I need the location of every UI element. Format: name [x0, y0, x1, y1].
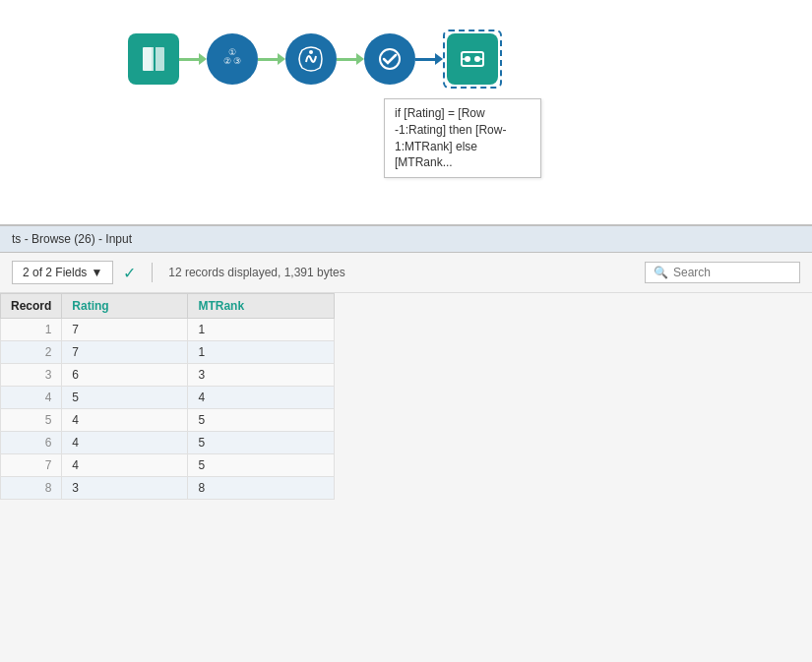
table-row: 171: [1, 319, 335, 341]
workflow-nodes: ① ② ③: [128, 30, 502, 89]
fields-button[interactable]: 2 of 2 Fields ▼: [12, 261, 113, 284]
svg-point-11: [474, 56, 480, 62]
node-check[interactable]: [364, 33, 415, 85]
line-2: [258, 58, 278, 61]
cell-rating: 7: [62, 319, 188, 341]
cell-mtrank: 5: [188, 432, 335, 454]
table-row: 271: [1, 341, 335, 364]
arrow-4: [435, 53, 443, 65]
browse-selection: [443, 30, 502, 89]
cell-record: 2: [1, 341, 62, 364]
cell-rating: 4: [62, 409, 188, 432]
chevron-icon: ▼: [91, 266, 102, 279]
cell-rating: 6: [62, 364, 188, 387]
browse-icon[interactable]: [447, 33, 498, 85]
search-box[interactable]: 🔍: [645, 262, 800, 283]
col-record: Record: [1, 294, 62, 319]
formula-tooltip: if [Rating] = [Row -1:Rating] then [Row-…: [384, 98, 541, 178]
arrow-2: [278, 53, 285, 65]
cell-record: 7: [1, 454, 62, 477]
data-table: Record Rating MTRank 1712713634545456457…: [0, 293, 335, 500]
toolbar: 2 of 2 Fields ▼ ✓ 12 records displayed, …: [0, 253, 812, 293]
cell-record: 8: [1, 477, 62, 500]
toolbar-separator: [152, 263, 153, 282]
line-3: [337, 58, 356, 61]
book-icon[interactable]: [128, 33, 179, 85]
table-row: 545: [1, 409, 335, 432]
table-header-row: Record Rating MTRank: [1, 294, 335, 319]
table-row: 745: [1, 454, 335, 477]
cell-record: 6: [1, 432, 62, 454]
cell-record: 1: [1, 319, 62, 341]
cell-rating: 3: [62, 477, 188, 500]
cell-mtrank: 1: [188, 341, 335, 364]
svg-text:②: ②: [223, 56, 231, 66]
col-rating: Rating: [62, 294, 188, 319]
connector-2: [258, 53, 285, 65]
records-info: 12 records displayed, 1,391 bytes: [168, 266, 635, 279]
search-input[interactable]: [673, 266, 791, 279]
cell-record: 3: [1, 364, 62, 387]
check-icon[interactable]: [364, 33, 415, 85]
confirm-icon[interactable]: ✓: [123, 264, 136, 282]
cell-mtrank: 3: [188, 364, 335, 387]
svg-text:③: ③: [233, 56, 241, 66]
cell-rating: 4: [62, 432, 188, 454]
svg-point-7: [309, 50, 313, 54]
panel-title: ts - Browse (26) - Input: [12, 232, 132, 246]
table-row: 645: [1, 432, 335, 454]
tooltip-text: if [Rating] = [Row -1:Rating] then [Row-…: [395, 106, 506, 169]
cell-record: 5: [1, 409, 62, 432]
cell-mtrank: 1: [188, 319, 335, 341]
sort-icon[interactable]: ① ② ③: [207, 33, 258, 85]
search-icon: 🔍: [654, 266, 668, 279]
arrow-3: [356, 53, 364, 65]
cell-mtrank: 5: [188, 454, 335, 477]
line-1: [179, 58, 199, 61]
connector-3: [337, 53, 364, 65]
fields-label: 2 of 2 Fields: [23, 266, 87, 279]
bottom-panel: ts - Browse (26) - Input 2 of 2 Fields ▼…: [0, 226, 812, 662]
table-container: Record Rating MTRank 1712713634545456457…: [0, 293, 812, 500]
cell-rating: 7: [62, 341, 188, 364]
line-4: [415, 58, 435, 61]
formula-icon[interactable]: [285, 33, 337, 85]
cell-rating: 4: [62, 454, 188, 477]
col-mtrank: MTRank: [188, 294, 335, 319]
arrow-1: [199, 53, 207, 65]
cell-rating: 5: [62, 387, 188, 409]
table-row: 838: [1, 477, 335, 500]
connector-1: [179, 53, 207, 65]
table-body: 171271363454545645745838: [1, 319, 335, 500]
panel-header: ts - Browse (26) - Input: [0, 226, 812, 253]
node-sort[interactable]: ① ② ③: [207, 33, 258, 85]
cell-record: 4: [1, 387, 62, 409]
table-row: 363: [1, 364, 335, 387]
svg-point-10: [465, 56, 470, 62]
cell-mtrank: 4: [188, 387, 335, 409]
node-formula[interactable]: [285, 33, 337, 85]
node-input[interactable]: [128, 33, 179, 85]
node-browse[interactable]: [443, 30, 502, 89]
connector-4: [415, 53, 443, 65]
cell-mtrank: 8: [188, 477, 335, 500]
cell-mtrank: 5: [188, 409, 335, 432]
workflow-canvas: ① ② ③: [0, 0, 812, 226]
table-row: 454: [1, 387, 335, 409]
